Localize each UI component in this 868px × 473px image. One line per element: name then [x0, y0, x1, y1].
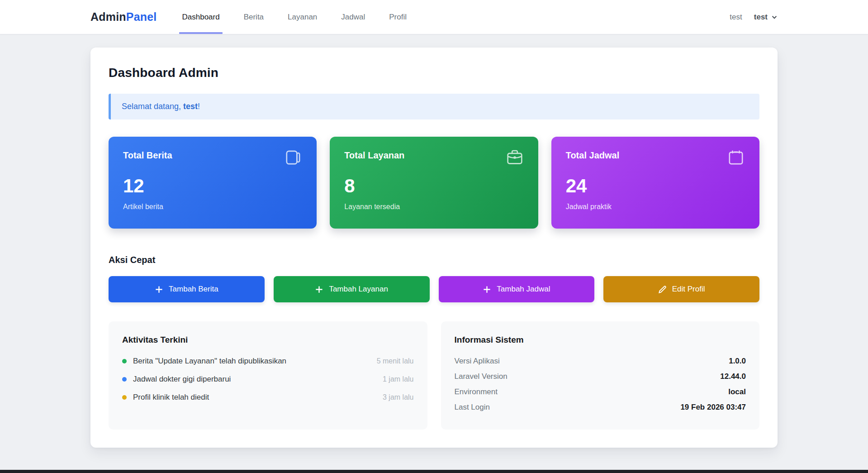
- calendar-icon: [727, 148, 745, 167]
- plus-icon: [315, 285, 323, 294]
- page-title: Dashboard Admin: [109, 66, 759, 80]
- edit-profil-button[interactable]: Edit Profil: [603, 276, 759, 302]
- status-dot-green: [122, 359, 127, 363]
- activity-text: Jadwal dokter gigi diperbarui: [133, 375, 383, 384]
- activity-list-item: Jadwal dokter gigi diperbarui 1 jam lalu: [122, 375, 414, 384]
- info-row: Versi Aplikasi 1.0.0: [455, 357, 746, 366]
- system-info-panel: Informasi Sistem Versi Aplikasi 1.0.0 La…: [441, 321, 760, 430]
- pencil-icon: [658, 285, 667, 294]
- recent-activity-title: Aktivitas Terkini: [122, 335, 414, 345]
- nav-item-berita[interactable]: Berita: [243, 0, 265, 34]
- activity-list-item: Berita "Update Layanan" telah dipublikas…: [122, 357, 414, 366]
- nav-item-dashboard[interactable]: Dashboard: [181, 0, 220, 34]
- info-label: Environment: [455, 387, 498, 397]
- user-display-name: test: [730, 13, 742, 22]
- activity-time: 5 menit lalu: [377, 357, 414, 365]
- stat-title: Total Jadwal: [566, 150, 620, 161]
- quick-actions-row: Tambah Berita Tambah Layanan Tambah Jadw…: [109, 276, 759, 302]
- activity-time: 3 jam lalu: [383, 393, 413, 401]
- plus-icon: [483, 285, 491, 294]
- info-row: Last Login 19 Feb 2026 03:47: [455, 403, 746, 412]
- system-info-title: Informasi Sistem: [455, 335, 746, 345]
- user-dropdown-label: test: [754, 13, 768, 22]
- info-row: Laravel Version 12.44.0: [455, 372, 746, 381]
- stat-value: 8: [344, 177, 523, 196]
- stat-title: Total Berita: [123, 150, 172, 161]
- stat-title: Total Layanan: [344, 150, 404, 161]
- stat-subtitle: Jadwal praktik: [566, 203, 745, 211]
- welcome-alert: Selamat datang, test!: [109, 94, 759, 119]
- stat-card-total-layanan: Total Layanan 8 Layanan tersedia: [330, 137, 538, 229]
- info-label: Laravel Version: [455, 372, 508, 381]
- top-navbar: AdminPanel Dashboard Berita Layanan Jadw…: [0, 0, 868, 34]
- user-dropdown-toggle[interactable]: test: [754, 13, 778, 22]
- stat-value: 24: [566, 177, 745, 196]
- main-nav: Dashboard Berita Layanan Jadwal Profil: [181, 0, 429, 34]
- activity-text: Profil klinik telah diedit: [133, 393, 383, 402]
- quick-actions-heading: Aksi Cepat: [109, 255, 759, 265]
- stat-value: 12: [123, 177, 302, 196]
- button-label: Tambah Berita: [169, 285, 218, 294]
- button-label: Edit Profil: [672, 285, 705, 294]
- activity-time: 1 jam lalu: [383, 375, 413, 383]
- info-label: Versi Aplikasi: [455, 357, 500, 366]
- info-value: 1.0.0: [729, 357, 746, 366]
- stat-card-total-jadwal: Total Jadwal 24 Jadwal praktik: [551, 137, 759, 229]
- activity-list-item: Profil klinik telah diedit 3 jam lalu: [122, 393, 414, 402]
- activity-text: Berita "Update Layanan" telah dipublikas…: [133, 357, 377, 366]
- brand-part-panel: Panel: [126, 10, 157, 24]
- stat-subtitle: Artikel berita: [123, 203, 302, 211]
- briefcase-icon: [506, 148, 524, 167]
- info-label: Last Login: [455, 403, 490, 412]
- nav-item-layanan[interactable]: Layanan: [287, 0, 318, 34]
- page-body: Dashboard Admin Selamat datang, test! To…: [0, 34, 868, 470]
- info-value: local: [728, 387, 746, 397]
- bottom-panels: Aktivitas Terkini Berita "Update Layanan…: [109, 321, 759, 430]
- tambah-jadwal-button[interactable]: Tambah Jadwal: [439, 276, 595, 302]
- stat-card-total-berita: Total Berita 12 Artikel berita: [109, 137, 317, 229]
- stat-subtitle: Layanan tersedia: [344, 203, 523, 211]
- welcome-prefix: Selamat datang,: [122, 102, 183, 111]
- stats-row: Total Berita 12 Artikel berita Total Lay…: [109, 137, 759, 229]
- status-dot-gold: [122, 395, 127, 400]
- tambah-layanan-button[interactable]: Tambah Layanan: [274, 276, 430, 302]
- plus-icon: [155, 285, 163, 294]
- info-value: 12.44.0: [720, 372, 746, 381]
- nav-item-jadwal[interactable]: Jadwal: [340, 0, 366, 34]
- bottom-edge-strip: [0, 470, 868, 473]
- info-row: Environment local: [455, 387, 746, 397]
- journals-icon: [284, 148, 302, 167]
- status-dot-blue: [122, 377, 127, 382]
- nav-item-profil[interactable]: Profil: [388, 0, 408, 34]
- button-label: Tambah Layanan: [329, 285, 388, 294]
- chevron-down-icon: [771, 14, 778, 20]
- brand-logo[interactable]: AdminPanel: [90, 0, 157, 34]
- brand-part-admin: Admin: [90, 10, 126, 24]
- recent-activity-panel: Aktivitas Terkini Berita "Update Layanan…: [109, 321, 427, 430]
- welcome-suffix: !: [198, 102, 200, 111]
- tambah-berita-button[interactable]: Tambah Berita: [109, 276, 265, 302]
- welcome-username: test: [183, 102, 198, 111]
- info-value: 19 Feb 2026 03:47: [680, 403, 746, 412]
- dashboard-content-card: Dashboard Admin Selamat datang, test! To…: [90, 48, 778, 448]
- button-label: Tambah Jadwal: [497, 285, 550, 294]
